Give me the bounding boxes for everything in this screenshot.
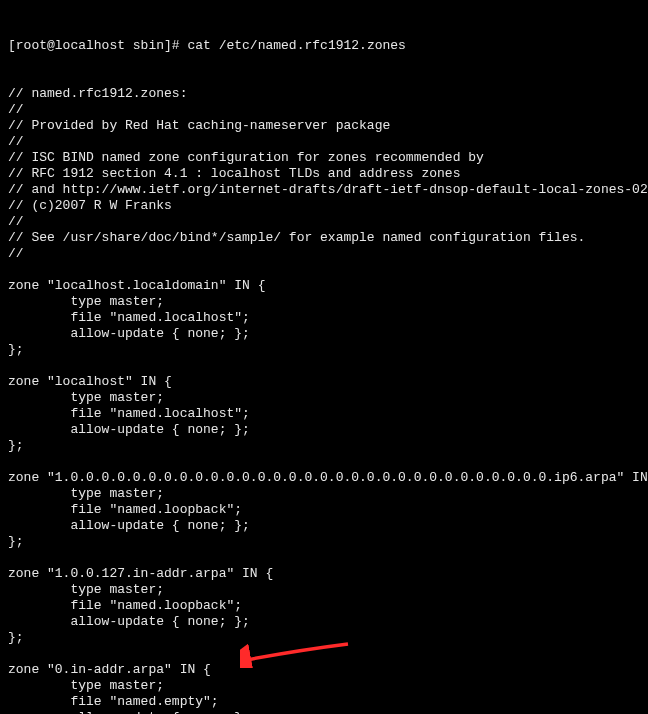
output-line: // Provided by Red Hat caching-nameserve…	[8, 118, 640, 134]
output-line: // ISC BIND named zone configuration for…	[8, 150, 640, 166]
output-line: // and http://www.ietf.org/internet-draf…	[8, 182, 640, 198]
output-line: };	[8, 534, 640, 550]
output-line: type master;	[8, 678, 640, 694]
output-line: };	[8, 342, 640, 358]
output-line: //	[8, 134, 640, 150]
output-line: allow-update { none; };	[8, 710, 640, 714]
output-line: allow-update { none; };	[8, 614, 640, 630]
output-line: //	[8, 246, 640, 262]
file-content: // named.rfc1912.zones://// Provided by …	[8, 86, 640, 714]
output-line: zone "localhost" IN {	[8, 374, 640, 390]
output-line: //	[8, 102, 640, 118]
output-line: file "named.localhost";	[8, 310, 640, 326]
shell-prompt: [root@localhost sbin]#	[8, 38, 180, 53]
output-line: allow-update { none; };	[8, 326, 640, 342]
output-line: };	[8, 630, 640, 646]
output-line: // See /usr/share/doc/bind*/sample/ for …	[8, 230, 640, 246]
shell-command: cat /etc/named.rfc1912.zones	[187, 38, 405, 53]
output-line: type master;	[8, 390, 640, 406]
output-line	[8, 358, 640, 374]
output-line: file "named.loopback";	[8, 598, 640, 614]
output-line	[8, 262, 640, 278]
output-line: // named.rfc1912.zones:	[8, 86, 640, 102]
prompt-line[interactable]: [root@localhost sbin]# cat /etc/named.rf…	[8, 38, 640, 54]
output-line: type master;	[8, 486, 640, 502]
output-line: file "named.loopback";	[8, 502, 640, 518]
output-line: type master;	[8, 294, 640, 310]
output-line: //	[8, 214, 640, 230]
output-line	[8, 646, 640, 662]
output-line: allow-update { none; };	[8, 518, 640, 534]
output-line	[8, 454, 640, 470]
output-line: allow-update { none; };	[8, 422, 640, 438]
output-line: zone "1.0.0.127.in-addr.arpa" IN {	[8, 566, 640, 582]
output-line: type master;	[8, 582, 640, 598]
output-line: zone "localhost.localdomain" IN {	[8, 278, 640, 294]
output-line: file "named.localhost";	[8, 406, 640, 422]
terminal-output: [root@localhost sbin]# cat /etc/named.rf…	[0, 0, 648, 714]
output-line: };	[8, 438, 640, 454]
output-line	[8, 550, 640, 566]
output-line: file "named.empty";	[8, 694, 640, 710]
output-line: // RFC 1912 section 4.1 : localhost TLDs…	[8, 166, 640, 182]
output-line: zone "0.in-addr.arpa" IN {	[8, 662, 640, 678]
output-line: // (c)2007 R W Franks	[8, 198, 640, 214]
output-line: zone "1.0.0.0.0.0.0.0.0.0.0.0.0.0.0.0.0.…	[8, 470, 640, 486]
